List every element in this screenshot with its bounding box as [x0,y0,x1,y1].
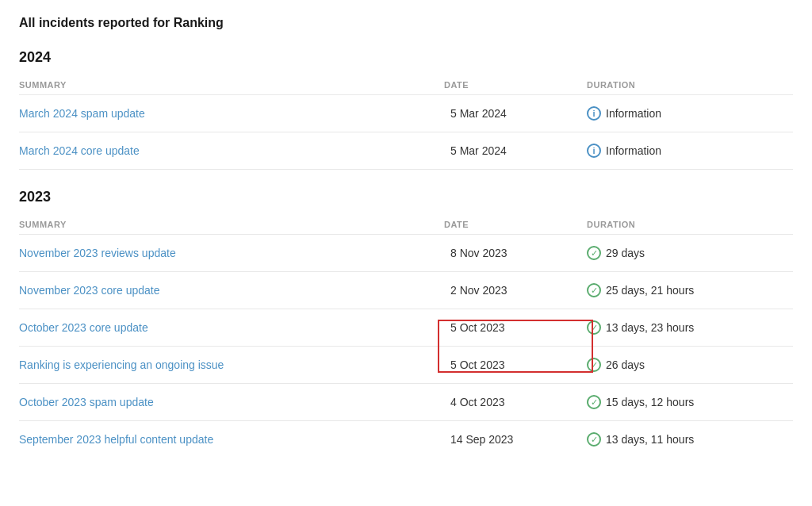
duration-text: 13 days, 11 hours [606,433,694,446]
table-row: October 2023 core update5 Oct 2023✓13 da… [19,309,793,346]
table-2023: SUMMARYDATEDURATIONNovember 2023 reviews… [19,215,793,458]
info-icon: i [587,106,601,121]
duration-cell: ✓13 days, 23 hours [587,320,793,335]
duration-text: Information [606,144,661,157]
date-cell: 5 Mar 2024 [444,144,587,157]
info-icon: i [587,144,601,158]
col-summary: SUMMARY [19,220,444,229]
table-row: October 2023 spam update4 Oct 2023✓15 da… [19,383,793,420]
date-cell: 8 Nov 2023 [444,247,587,259]
incident-link[interactable]: October 2023 core update [19,321,148,334]
year-heading-2024: 2024 [19,49,793,66]
duration-text: 26 days [606,358,645,371]
table-row: March 2024 core update5 Mar 2024iInforma… [19,132,793,170]
duration-text: 15 days, 12 hours [606,396,694,408]
table-2024: SUMMARYDATEDURATIONMarch 2024 spam updat… [19,75,793,170]
incident-link[interactable]: November 2023 core update [19,284,159,297]
duration-cell: ✓29 days [587,246,793,260]
duration-cell: iInformation [587,106,793,121]
incident-link[interactable]: September 2023 helpful content update [19,433,213,446]
table-header-2024: SUMMARYDATEDURATION [19,75,793,94]
check-icon: ✓ [587,395,601,409]
table-row: September 2023 helpful content update14 … [19,420,793,458]
date-cell: 14 Sep 2023 [444,433,587,446]
incident-link[interactable]: Ranking is experiencing an ongoing issue [19,358,224,371]
duration-text: Information [606,107,661,120]
duration-cell: ✓13 days, 11 hours [587,432,793,447]
duration-cell: ✓25 days, 21 hours [587,283,793,297]
sections-container: 2024SUMMARYDATEDURATIONMarch 2024 spam u… [19,49,793,458]
year-heading-2023: 2023 [19,189,793,205]
date-cell: 5 Oct 2023 [444,358,587,371]
check-icon: ✓ [587,320,601,335]
duration-text: 13 days, 23 hours [606,321,694,334]
date-cell: 2 Nov 2023 [444,284,587,297]
duration-text: 29 days [606,247,645,259]
col-duration: DURATION [587,80,793,90]
table-header-2023: SUMMARYDATEDURATION [19,215,793,234]
date-cell: 5 Oct 2023 [444,321,587,334]
check-icon: ✓ [587,283,601,297]
page-title: All incidents reported for Ranking [19,16,793,30]
col-duration: DURATION [587,220,793,229]
duration-cell: ✓15 days, 12 hours [587,395,793,409]
incident-link[interactable]: March 2024 spam update [19,107,145,120]
duration-cell: ✓26 days [587,358,793,372]
check-icon: ✓ [587,246,601,260]
duration-text: 25 days, 21 hours [606,284,694,297]
table-row: Ranking is experiencing an ongoing issue… [19,346,793,383]
check-icon: ✓ [587,432,601,447]
page-container: All incidents reported for Ranking 2024S… [19,16,793,458]
table-row: November 2023 core update2 Nov 2023✓25 d… [19,271,793,309]
col-date: DATE [444,220,587,229]
col-summary: SUMMARY [19,80,444,90]
check-icon: ✓ [587,358,601,372]
incident-link[interactable]: October 2023 spam update [19,396,154,408]
date-cell: 4 Oct 2023 [444,396,587,408]
table-row: November 2023 reviews update8 Nov 2023✓2… [19,234,793,271]
col-date: DATE [444,80,587,90]
incident-link[interactable]: March 2024 core update [19,144,140,157]
table-row: March 2024 spam update5 Mar 2024iInforma… [19,94,793,132]
date-cell: 5 Mar 2024 [444,107,587,120]
incident-link[interactable]: November 2023 reviews update [19,247,176,259]
duration-cell: iInformation [587,144,793,158]
